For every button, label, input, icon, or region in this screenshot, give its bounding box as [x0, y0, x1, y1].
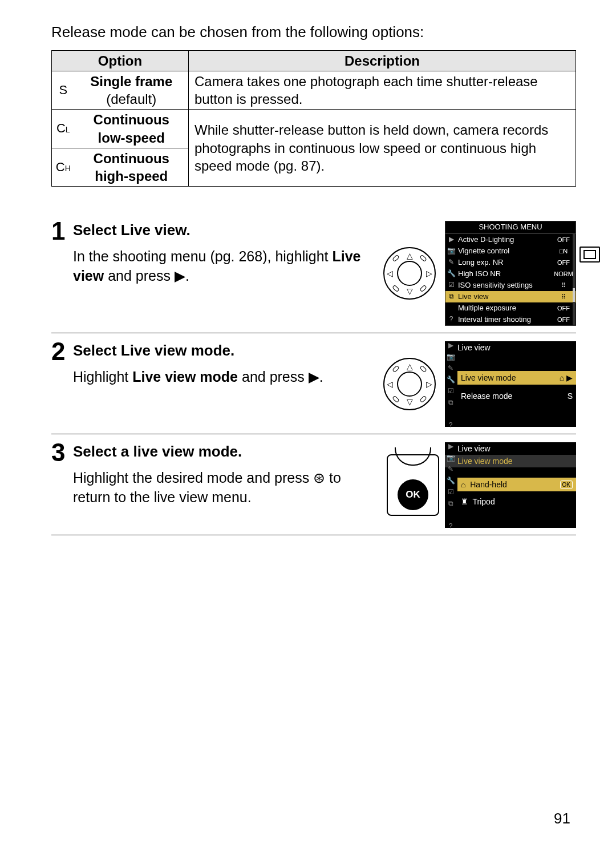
- menu-entry: ♜ Tripod: [457, 495, 576, 508]
- opt-ch: Continuous high-speed: [75, 148, 189, 186]
- opt-single-sub: (default): [106, 91, 156, 107]
- s1-pre: In the shooting menu (pg. 268), highligh…: [73, 248, 332, 264]
- ok-inline-icon: ⊛: [313, 470, 325, 486]
- step-1-desc: In the shooting menu (pg. 268), highligh…: [73, 247, 372, 286]
- s1-post: and press ▶.: [104, 268, 189, 284]
- menu-entry: Live view mode⌂ ▶: [457, 371, 576, 385]
- step-2-title: Select Live view mode.: [73, 341, 372, 361]
- sym-cl: CL: [52, 110, 75, 148]
- step-1-number: 1: [51, 219, 73, 326]
- menu-row: ⧉Live view⠿: [445, 291, 576, 302]
- ok-button-icon: OK: [398, 479, 428, 510]
- dpad-icon: △▽ ◁▷: [383, 358, 436, 410]
- screen-title: SHOOTING MENU: [445, 221, 576, 234]
- opt-single-name: Single frame: [90, 74, 172, 89]
- crumb-2: Live view mode: [445, 455, 576, 467]
- menu-row: ?Interval timer shootingOFF: [445, 314, 576, 325]
- crumb-live-view: Live view: [445, 341, 576, 354]
- s2-pre: Highlight: [73, 369, 132, 385]
- sym-ch: CH: [52, 148, 75, 186]
- desc-continuous: While shutter-release button is held dow…: [189, 110, 576, 187]
- step-3-title: Select a live view mode.: [73, 442, 379, 462]
- menu-entry: ⌂ Hand-heldOK: [457, 478, 576, 491]
- dpad-icon: △▽ ◁▷: [383, 247, 436, 300]
- s2-bold: Live view mode: [132, 369, 238, 385]
- step-2-number: 2: [51, 339, 73, 427]
- opt-cl-name: Continuous low-speed: [94, 112, 169, 145]
- step-3: 3 Select a live view mode. Highlight the…: [51, 442, 576, 535]
- th-option: Option: [52, 50, 189, 71]
- live-view-mode-screen: ▶📷✎🔧☑⧉? Live view Live view mode ⌂ Hand-…: [445, 442, 576, 528]
- menu-row: ▶Active D-LightingOFF: [445, 234, 576, 245]
- th-description: Description: [189, 50, 576, 71]
- crumb-1: Live view: [445, 442, 576, 455]
- section-tab-icon: [579, 247, 600, 263]
- intro-text: Release mode can be chosen from the foll…: [51, 23, 576, 42]
- opt-single: Single frame (default): [75, 71, 189, 109]
- sym-single: S: [52, 71, 75, 109]
- step-2: 2 Select Live view mode. Highlight Live …: [51, 341, 576, 434]
- desc-single: Camera takes one photograph each time sh…: [189, 71, 576, 109]
- page-number: 91: [554, 809, 570, 829]
- step-1-title: Select Live view.: [73, 221, 372, 240]
- live-view-screen: ▶📷✎🔧☑⧉? Live view Live view mode⌂ ▶Relea…: [445, 341, 576, 427]
- menu-row: ☑ISO sensitivity settings⠿: [445, 280, 576, 291]
- menu-row: 📷Vignette control□N: [445, 245, 576, 257]
- ok-button-illustration: OK: [387, 454, 439, 516]
- s3-pre: Highlight the desired mode and press: [73, 470, 313, 486]
- step-3-number: 3: [51, 440, 73, 528]
- menu-row: Multiple exposureOFF: [445, 302, 576, 314]
- step-1: 1 Select Live view. In the shooting menu…: [51, 221, 576, 333]
- shooting-menu-screen: SHOOTING MENU ▶Active D-LightingOFF📷Vign…: [445, 221, 576, 326]
- menu-row: 🔧High ISO NRNORM: [445, 268, 576, 280]
- menu-entry: Release modeS: [457, 389, 576, 403]
- s2-post: and press ▶.: [238, 369, 323, 385]
- step-3-desc: Highlight the desired mode and press ⊛ t…: [73, 469, 379, 507]
- opt-ch-name: Continuous high-speed: [94, 151, 169, 184]
- menu-row: ✎Long exp. NROFF: [445, 257, 576, 268]
- opt-cl: Continuous low-speed: [75, 110, 189, 148]
- release-mode-table: Option Description S Single frame (defau…: [51, 50, 576, 187]
- step-2-desc: Highlight Live view mode and press ▶.: [73, 368, 372, 387]
